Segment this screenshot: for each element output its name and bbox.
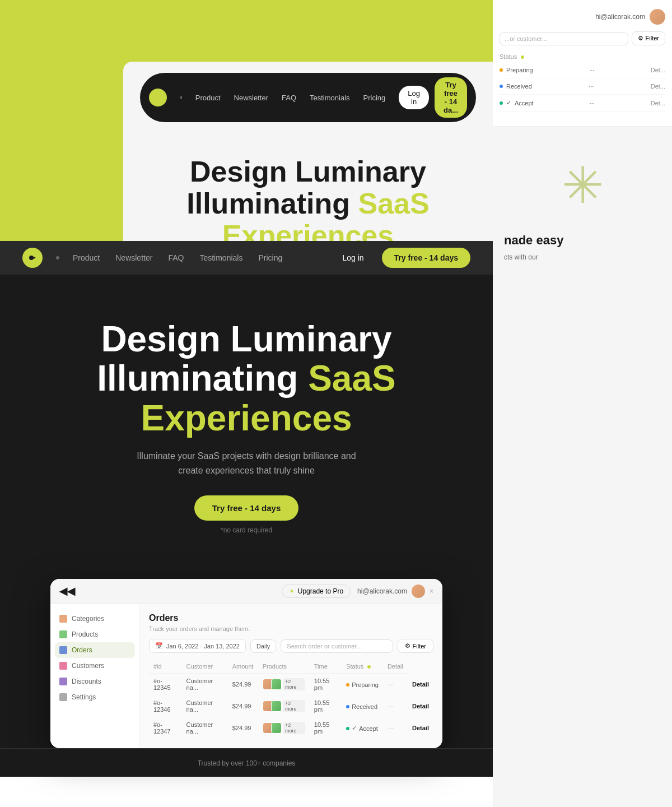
dark-hero: Design Luminary Illuminating SaaS Experi… [0,275,493,556]
table-row: #o-12345 Customer na... $24.99 +2 more [149,674,433,695]
row3-detail[interactable]: Detail [408,717,433,739]
row1-detail[interactable]: Detail [408,674,433,695]
side-status-section: Status Preparing ··· Det... Received [500,45,665,117]
side-status-accept: ✓ Accept ··· Det... [500,95,665,112]
row2-products: +2 more [258,695,310,717]
row1-products: +2 more [258,674,310,695]
orders-subtitle: Track your orders and manage them. [149,625,433,632]
side-bottom-description: cts with our [504,252,661,262]
product-avatar [271,701,282,712]
sidebar-item-customers[interactable]: Customers [50,658,139,674]
dark-try-free-button[interactable]: Try free - 14 days [194,495,299,521]
app-sidebar: Categories Products Orders [50,604,140,748]
top-nav-faq[interactable]: FAQ [282,94,296,102]
side-filter-icon: ⚙ [638,35,643,41]
sidebar-item-categories[interactable]: Categories [50,611,139,627]
settings-icon [59,693,67,701]
row2-time: 10.55 pm [310,695,342,717]
top-navbar: Product Newsletter FAQ Testimonials Pric… [140,73,476,122]
upgrade-icon: ✦ [289,587,295,595]
row2-detail[interactable]: Detail [408,695,433,717]
nav-dot [180,96,182,99]
app-mockup-wrapper: ◀◀ ✦ Upgrade to Pro hi@alicorak.com × [0,579,493,748]
calendar-icon: 📅 [155,642,163,650]
side-top-panel: hi@alicorak.com ...or customer... ⚙ Filt… [493,0,672,127]
sidebar-item-settings[interactable]: Settings [50,689,139,705]
side-status-label: Status [500,51,665,62]
row1-status: Preparing [342,674,383,695]
side-detail-preparing[interactable]: Det... [651,67,665,73]
order-search[interactable]: Search order or customer... [281,639,393,653]
side-detail-received[interactable]: Det... [651,83,665,90]
app-logo: ◀◀ [59,585,75,597]
col-detail: Detail [383,660,408,674]
dark-nav-links: Product Newsletter FAQ Testimonials Pric… [73,253,318,262]
orders-title: Orders [149,613,433,623]
row1-customer: Customer na... [182,674,228,695]
row3-customer: Customer na... [182,717,228,739]
sidebar-item-discounts[interactable]: Discounts [50,674,139,689]
row2-dots: ··· [383,695,408,717]
dark-nav-dot [56,256,59,259]
top-login-button[interactable]: Log in [399,86,429,109]
col-amount: Amount [228,660,258,674]
dark-nav-faq[interactable]: FAQ [168,253,184,262]
side-search-row: ...or customer... ⚙ Filter [500,31,665,45]
product-avatar [271,722,282,734]
trusted-section: Trusted by over 100+ companies [0,748,493,777]
top-try-button[interactable]: Try free - 14 da... [435,77,467,118]
app-main-content: Orders Track your orders and manage them… [140,604,442,748]
sidebar-item-products[interactable]: Products [50,627,139,642]
row2-status: Received [342,695,383,717]
logo-icon [149,89,167,106]
filter-button[interactable]: ⚙ Filter [398,639,433,653]
top-nav-pricing[interactable]: Pricing [363,94,386,102]
col-products: Products [258,660,310,674]
top-card: Product Newsletter FAQ Testimonials Pric… [123,62,493,241]
customers-icon [59,662,67,670]
row1-id: #o-12345 [149,674,182,695]
dark-try-button[interactable]: Try free - 14 days [382,248,470,268]
orders-icon [59,646,67,654]
row1-amount: $24.99 [228,674,258,695]
frequency-select[interactable]: Daily [250,639,276,653]
top-hero-section: Product Newsletter FAQ Testimonials Pric… [0,0,493,241]
date-picker[interactable]: 📅 Jan 6, 2022 - Jan 13, 2022 [149,639,246,653]
table-row: #o-12346 Customer na... $24.99 +2 more [149,695,433,717]
close-icon[interactable]: × [430,587,433,595]
sidebar-item-orders[interactable]: Orders [55,642,135,658]
upgrade-button[interactable]: ✦ Upgrade to Pro [282,585,351,598]
app-topbar: ◀◀ ✦ Upgrade to Pro hi@alicorak.com × [50,579,442,604]
side-filter-button[interactable]: ⚙ Filter [632,31,665,45]
no-card-text: *no card required [22,526,470,534]
top-nav-actions: Log in Try free - 14 da... [399,77,467,118]
row3-products: +2 more [258,717,310,739]
app-body: Categories Products Orders [50,604,442,748]
dark-nav-product[interactable]: Product [73,253,100,262]
dark-section: Product Newsletter FAQ Testimonials Pric… [0,241,493,777]
discounts-icon [59,678,67,685]
dark-nav-newsletter[interactable]: Newsletter [115,253,152,262]
products-icon [59,630,67,638]
col-status: Status [342,660,383,674]
side-detail-accept[interactable]: Det... [651,100,665,106]
top-nav-product[interactable]: Product [195,94,221,102]
col-customer: Customer [182,660,228,674]
top-hero: Design Luminary Illuminating SaaS Experi… [123,133,493,241]
col-time: Time [310,660,342,674]
dark-nav-testimonials[interactable]: Testimonials [199,253,242,262]
dark-navbar: Product Newsletter FAQ Testimonials Pric… [0,241,493,275]
side-user-avatar [650,9,665,25]
top-hero-title: Design Luminary Illuminating SaaS Experi… [123,156,493,241]
row2-id: #o-12346 [149,695,182,717]
row1-time: 10.55 pm [310,674,342,695]
row3-amount: $24.99 [228,717,258,739]
dark-login-button[interactable]: Log in [331,249,375,267]
top-nav-newsletter[interactable]: Newsletter [234,94,268,102]
dark-hero-description: Illuminate your SaaS projects with desig… [112,449,381,477]
side-search-input[interactable]: ...or customer... [500,32,628,45]
dark-nav-pricing[interactable]: Pricing [258,253,282,262]
trusted-text: Trusted by over 100+ companies [198,759,296,767]
top-nav-testimonials[interactable]: Testimonials [310,94,350,102]
product-avatar [271,679,282,690]
